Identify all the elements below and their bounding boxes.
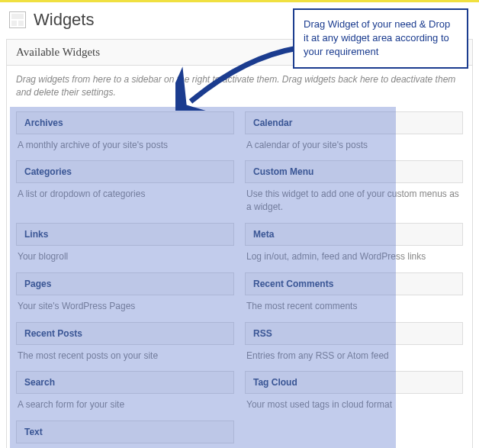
widget-desc: A calendar of your site's posts bbox=[245, 134, 463, 153]
widget-desc: Entries from any RSS or Atom feed bbox=[245, 345, 463, 364]
widget-desc: A monthly archive of your site's posts bbox=[16, 134, 234, 153]
widget-title[interactable]: Archives bbox=[16, 111, 234, 134]
widget-title[interactable]: Pages bbox=[16, 272, 234, 295]
widget-rss[interactable]: RSS Entries from any RSS or Atom feed bbox=[245, 322, 463, 364]
widget-title[interactable]: Links bbox=[16, 223, 234, 246]
widget-desc: The most recent comments bbox=[245, 295, 463, 314]
page-title: Widgets bbox=[34, 10, 94, 30]
widgets-grid: Archives A monthly archive of your site'… bbox=[7, 107, 472, 448]
widget-archives[interactable]: Archives A monthly archive of your site'… bbox=[16, 111, 234, 153]
widget-title[interactable]: Calendar bbox=[245, 111, 463, 134]
widget-desc: Use this widget to add one of your custo… bbox=[245, 183, 463, 215]
widget-title[interactable]: Recent Posts bbox=[16, 322, 234, 345]
widgets-icon bbox=[9, 11, 26, 28]
widget-recent-posts[interactable]: Recent Posts The most recent posts on yo… bbox=[16, 322, 234, 364]
widget-desc: The most recent posts on your site bbox=[16, 345, 234, 364]
widget-title[interactable]: Custom Menu bbox=[245, 160, 463, 183]
annotation-callout: Drag Widget of your need & Drop it at an… bbox=[293, 8, 468, 69]
widget-title[interactable]: Recent Comments bbox=[245, 272, 463, 295]
widget-text[interactable]: Text Arbitrary text or HTML bbox=[16, 421, 234, 448]
callout-text: Drag Widget of your need & Drop it at an… bbox=[304, 18, 450, 57]
panel-instructions: Drag widgets from here to a sidebar on t… bbox=[7, 66, 472, 107]
widget-recent-comments[interactable]: Recent Comments The most recent comments bbox=[245, 272, 463, 314]
widget-desc: Arbitrary text or HTML bbox=[16, 443, 234, 448]
widget-calendar[interactable]: Calendar A calendar of your site's posts bbox=[245, 111, 463, 153]
widget-desc: Your most used tags in cloud format bbox=[245, 394, 463, 413]
widget-title[interactable]: Search bbox=[16, 371, 234, 394]
widget-title[interactable]: Tag Cloud bbox=[245, 371, 463, 394]
widget-title[interactable]: RSS bbox=[245, 322, 463, 345]
widget-meta[interactable]: Meta Log in/out, admin, feed and WordPre… bbox=[245, 223, 463, 265]
widget-title[interactable]: Text bbox=[16, 421, 234, 443]
widget-links[interactable]: Links Your blogroll bbox=[16, 223, 234, 265]
widget-custom-menu[interactable]: Custom Menu Use this widget to add one o… bbox=[245, 160, 463, 215]
widget-tag-cloud[interactable]: Tag Cloud Your most used tags in cloud f… bbox=[245, 371, 463, 413]
widget-desc: A search form for your site bbox=[16, 394, 234, 413]
widget-title[interactable]: Categories bbox=[16, 160, 234, 183]
widget-desc: Log in/out, admin, feed and WordPress li… bbox=[245, 246, 463, 265]
widget-desc: Your blogroll bbox=[16, 246, 234, 265]
widget-categories[interactable]: Categories A list or dropdown of categor… bbox=[16, 160, 234, 215]
available-widgets-panel: Available Widgets Drag widgets from here… bbox=[6, 39, 473, 448]
widget-pages[interactable]: Pages Your site's WordPress Pages bbox=[16, 272, 234, 314]
widget-search[interactable]: Search A search form for your site bbox=[16, 371, 234, 413]
widget-desc: Your site's WordPress Pages bbox=[16, 295, 234, 314]
widget-title[interactable]: Meta bbox=[245, 223, 463, 246]
widget-desc: A list or dropdown of categories bbox=[16, 183, 234, 202]
